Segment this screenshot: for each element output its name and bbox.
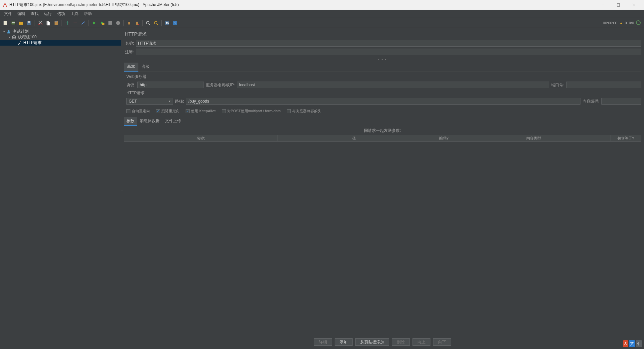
name-input[interactable] [136, 40, 641, 47]
comment-input[interactable] [136, 49, 641, 55]
delete-button[interactable]: 删除 [392, 338, 410, 346]
menu-tools[interactable]: 工具 [68, 10, 81, 18]
templates-icon[interactable] [10, 19, 17, 27]
window-controls [595, 0, 641, 10]
subtab-body[interactable]: 消息体数据 [137, 117, 162, 126]
tree-http-request[interactable]: HTTP请求 [0, 40, 121, 46]
tab-basic[interactable]: 基本 [124, 63, 138, 72]
tree-label: 线程组100 [18, 34, 37, 40]
expand-icon[interactable] [64, 19, 71, 27]
server-input[interactable] [237, 82, 549, 88]
new-icon[interactable] [2, 19, 9, 27]
svg-rect-19 [108, 21, 112, 25]
horizontal-grip[interactable]: • • • [124, 58, 641, 61]
label-port: 端口号: [551, 82, 564, 88]
start-no-timers-icon[interactable] [98, 19, 106, 27]
ime-cn-icon[interactable]: 中 [636, 340, 642, 347]
maximize-button[interactable] [611, 0, 626, 10]
detail-button[interactable]: 详细 [314, 338, 332, 346]
stop-icon[interactable] [106, 19, 114, 27]
separator [88, 20, 89, 26]
tab-advanced[interactable]: 高级 [138, 63, 153, 72]
close-button[interactable] [626, 0, 641, 10]
checkbox-browser-headers[interactable] [287, 109, 291, 113]
port-input[interactable] [566, 82, 641, 88]
menu-file[interactable]: 文件 [1, 10, 15, 18]
checkbox-keepalive[interactable] [186, 109, 190, 113]
down-button[interactable]: 向下 [433, 338, 451, 346]
params-heading: 同请求一起发送参数: [124, 127, 641, 135]
caret-down-icon[interactable]: ▾ [7, 36, 11, 39]
section-http-request: HTTP请求 [126, 90, 641, 96]
params-table-body[interactable] [124, 142, 641, 336]
label-encoding: 内容编码: [582, 99, 599, 104]
copy-icon[interactable] [45, 19, 52, 27]
from-clipboard-button[interactable]: 从剪贴板添加 [355, 338, 389, 346]
col-name[interactable]: 名称: [124, 135, 277, 141]
collapse-icon[interactable] [72, 19, 79, 27]
svg-point-20 [116, 21, 120, 25]
help-icon[interactable]: ? [171, 19, 179, 27]
function-helper-icon[interactable]: fn [163, 19, 171, 27]
menu-options[interactable]: 选项 [55, 10, 68, 18]
svg-line-24 [157, 24, 158, 25]
checkbox-multipart[interactable] [222, 109, 226, 113]
tree-thread-group[interactable]: ▾ 线程组100 [0, 34, 121, 40]
thread-counts: 0/0 [629, 21, 634, 25]
open-icon[interactable] [18, 19, 25, 27]
app-icon [3, 3, 7, 7]
clear-icon[interactable] [125, 19, 133, 27]
checkbox-auto-redirect[interactable] [126, 109, 130, 113]
start-icon[interactable] [90, 19, 98, 27]
label-comment: 注释: [124, 49, 136, 55]
ime-en-icon[interactable]: 英 [629, 340, 635, 347]
add-button[interactable]: 添加 [335, 338, 353, 346]
col-content-type[interactable]: 内容类型 [457, 135, 610, 141]
col-include-equals[interactable]: 包含等于? [610, 135, 641, 141]
svg-point-18 [102, 23, 104, 25]
svg-rect-5 [11, 21, 15, 25]
tree-label: HTTP请求 [23, 40, 42, 46]
label-server: 服务器名称或IP: [206, 82, 235, 88]
separator [62, 20, 62, 26]
path-input[interactable] [186, 98, 580, 105]
col-value[interactable]: 值 [277, 135, 431, 141]
reset-search-icon[interactable] [152, 19, 160, 27]
svg-rect-1 [617, 4, 620, 6]
clear-all-icon[interactable] [133, 19, 141, 27]
checkbox-follow-redirect[interactable] [156, 109, 160, 113]
paste-icon[interactable] [53, 19, 60, 27]
svg-point-23 [154, 21, 157, 24]
vertical-grip[interactable]: ⋮ [121, 188, 123, 194]
search-icon[interactable] [144, 19, 152, 27]
svg-rect-12 [47, 22, 50, 25]
label-protocol: 协议: [126, 82, 135, 88]
menu-run[interactable]: 运行 [41, 10, 55, 18]
save-icon[interactable] [26, 19, 33, 27]
menu-search[interactable]: 查找 [28, 10, 41, 18]
tree-test-plan[interactable]: ▾ 测试计划 [0, 29, 121, 34]
subtab-params[interactable]: 参数 [124, 117, 137, 126]
gauge-icon[interactable] [636, 20, 641, 26]
menu-help[interactable]: 帮助 [81, 10, 94, 18]
ime-s-icon[interactable]: S [623, 340, 628, 347]
col-encode[interactable]: 编码? [431, 135, 457, 141]
window-title: HTTP请求100.jmx (E:\environment\apache-jme… [9, 2, 595, 8]
menu-edit[interactable]: 编辑 [15, 10, 28, 18]
encoding-input[interactable] [601, 98, 641, 105]
svg-rect-8 [28, 21, 30, 23]
tree-panel: ▾ 测试计划 ▾ 线程组100 HTTP请求 [0, 28, 121, 349]
separator [142, 20, 143, 26]
warning-icon[interactable]: ▲ [619, 21, 623, 25]
shutdown-icon[interactable] [114, 19, 122, 27]
up-button[interactable]: 向上 [412, 338, 430, 346]
protocol-input[interactable] [137, 82, 204, 88]
caret-down-icon[interactable]: ▾ [2, 30, 6, 33]
minimize-button[interactable] [595, 0, 611, 10]
method-select[interactable]: GET [126, 98, 173, 105]
toggle-icon[interactable] [80, 19, 87, 27]
subtab-files[interactable]: 文件上传 [162, 117, 184, 126]
toolbar-status: 00:00:00 ▲ 0 0/0 [603, 20, 643, 26]
svg-rect-4 [4, 21, 7, 25]
cut-icon[interactable] [37, 19, 44, 27]
